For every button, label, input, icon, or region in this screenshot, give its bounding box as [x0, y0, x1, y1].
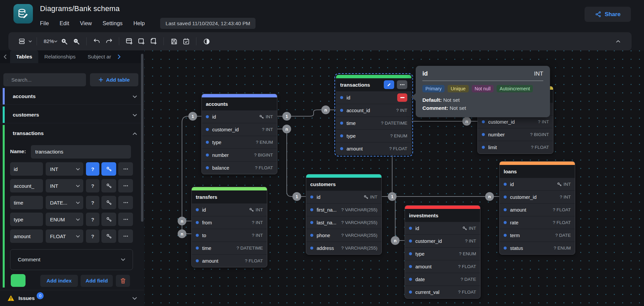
theme-toggle-button[interactable] — [200, 35, 213, 47]
chevron-down-icon[interactable] — [133, 93, 137, 99]
field-options-button[interactable] — [118, 196, 133, 209]
field-type-select[interactable]: ENUM — [46, 213, 83, 226]
field-type-select[interactable]: INT — [46, 179, 83, 192]
menu-view[interactable]: View — [80, 20, 92, 27]
field-options-button[interactable] — [118, 229, 133, 243]
table-field-row[interactable]: status? ENUM — [500, 242, 575, 254]
table-field-row[interactable]: amount? FLOAT — [192, 254, 267, 267]
save-button[interactable] — [168, 35, 180, 47]
menu-settings[interactable]: Settings — [103, 20, 123, 27]
canvas-table-transfers[interactable]: transfersidINTfrom? INTto? INTtime? DATE… — [191, 187, 267, 267]
table-field-row[interactable]: account_id? INT — [336, 104, 411, 117]
comment-accordion[interactable]: Comment — [10, 249, 133, 270]
table-field-row[interactable]: time? DATETIME — [336, 117, 411, 129]
chevron-down-icon[interactable] — [132, 295, 137, 301]
sidebar-item-transactions[interactable]: transactions — [0, 125, 144, 142]
canvas-table-customers[interactable]: customersidINTfirst_na...? VARCHAR(255)l… — [306, 174, 382, 255]
primary-key-toggle[interactable] — [101, 213, 116, 226]
table-field-row[interactable]: type? ENUM — [336, 129, 411, 142]
menu-edit[interactable]: Edit — [60, 20, 69, 27]
nullable-toggle[interactable]: ? — [86, 213, 99, 226]
add-table-button[interactable]: Add table — [90, 73, 138, 86]
field-name-input[interactable] — [10, 162, 43, 176]
table-field-row[interactable]: amount? FLOAT — [336, 142, 411, 155]
table-field-row[interactable]: amount? FLOAT — [500, 203, 575, 216]
field-name-input[interactable] — [10, 196, 43, 209]
sidebar-scrollbar[interactable] — [141, 54, 143, 222]
search-input[interactable] — [11, 77, 78, 83]
table-field-row[interactable]: from? INT — [192, 216, 267, 229]
table-field-row[interactable]: customer_id? INT — [500, 190, 575, 203]
table-field-row[interactable]: customer_id? INT — [405, 234, 480, 247]
table-field-row[interactable]: amount? FLOAT — [405, 260, 480, 273]
diagram-canvas[interactable]: 1 n n 1 n n 1 1 n n n accountsidINTcusto… — [144, 50, 644, 306]
nullable-toggle[interactable]: ? — [86, 196, 99, 209]
add-index-button[interactable]: Add index — [40, 275, 78, 287]
primary-key-toggle[interactable] — [101, 196, 116, 209]
field-options-button[interactable] — [118, 213, 133, 226]
table-field-row[interactable]: term? DATE — [500, 229, 575, 242]
todo-button[interactable] — [180, 35, 192, 47]
undo-button[interactable] — [91, 35, 103, 47]
chevron-down-icon[interactable] — [82, 79, 82, 81]
chevron-down-icon[interactable] — [54, 40, 57, 42]
layout-button[interactable] — [16, 35, 28, 47]
table-field-row[interactable]: type? ENUM — [405, 247, 480, 260]
chevron-down-icon[interactable] — [133, 112, 137, 118]
field-options-button[interactable] — [118, 179, 133, 192]
table-field-row[interactable]: current_val? FLOAT — [405, 286, 480, 298]
menu-help[interactable]: Help — [133, 20, 145, 27]
tabs-scroll-right-button[interactable] — [114, 54, 124, 59]
chevron-up-icon[interactable] — [133, 130, 137, 136]
nullable-toggle[interactable]: ? — [86, 229, 99, 243]
table-field-row[interactable]: customer_id? INT — [202, 123, 277, 136]
table-field-row[interactable]: last_na...? VARCHAR(255) — [306, 216, 381, 229]
canvas-table-transactions[interactable]: transactionsidaccount_id? INTtime? DATET… — [336, 75, 412, 155]
table-field-row[interactable]: idINT — [405, 222, 480, 234]
menu-file[interactable]: File — [40, 20, 49, 27]
primary-key-toggle[interactable] — [101, 229, 116, 243]
field-options-button[interactable] — [118, 162, 133, 176]
table-field-row[interactable]: phone? VARCHAR(255) — [306, 229, 381, 242]
table-color-swatch[interactable] — [11, 274, 26, 287]
table-field-row[interactable]: first_na...? VARCHAR(255) — [306, 203, 381, 216]
table-field-row[interactable]: type? ENUM — [202, 136, 277, 148]
field-type-select[interactable]: DATE... — [46, 196, 83, 209]
sidebar-item-accounts[interactable]: accounts — [0, 88, 144, 105]
table-field-row[interactable]: address? VARCHAR(255) — [306, 242, 381, 254]
share-button[interactable]: Share — [585, 7, 631, 22]
table-field-row[interactable]: rate? FLOAT — [500, 216, 575, 229]
chevron-down-icon[interactable] — [29, 40, 32, 42]
zoom-in-button[interactable] — [58, 35, 70, 47]
table-field-row[interactable]: balance? FLOAT — [202, 161, 277, 174]
add-field-button[interactable]: Add field — [81, 275, 113, 287]
nullable-toggle[interactable]: ? — [86, 162, 99, 176]
canvas-table-accounts[interactable]: accountsidINTcustomer_id? INTtype? ENUMn… — [201, 94, 277, 174]
sidebar-item-customers[interactable]: customers — [0, 106, 144, 123]
edit-table-button[interactable] — [384, 80, 394, 89]
table-field-row[interactable]: date? DATE — [405, 273, 480, 286]
tabs-scroll-left-button[interactable] — [0, 54, 10, 59]
zoom-out-button[interactable] — [70, 35, 82, 47]
field-type-select[interactable]: FLOAT — [46, 229, 83, 243]
table-field-row[interactable]: number? BIGINT — [202, 148, 277, 161]
add-note-button[interactable] — [147, 35, 159, 47]
table-search[interactable] — [3, 73, 86, 86]
table-field-row[interactable]: time? DATETIME — [192, 242, 267, 254]
table-field-row[interactable]: id — [336, 91, 411, 104]
table-field-row[interactable]: limit? FLOAT — [478, 141, 553, 154]
add-table-tool-button[interactable] — [123, 35, 135, 47]
collapse-toolbar-button[interactable] — [612, 35, 624, 47]
canvas-table-loans[interactable]: loansidINTcustomer_id? INTamount? FLOATr… — [499, 161, 575, 255]
delete-field-button[interactable] — [397, 93, 407, 102]
tab-subject-areas[interactable]: Subject ar — [82, 50, 114, 63]
tab-relationships[interactable]: Relationships — [38, 50, 82, 63]
field-name-input[interactable] — [10, 179, 43, 192]
nullable-toggle[interactable]: ? — [86, 179, 99, 192]
add-area-button[interactable] — [135, 35, 147, 47]
zoom-level[interactable]: 82% — [41, 38, 55, 44]
table-field-row[interactable]: number? BIGINT — [478, 128, 553, 141]
field-type-select[interactable]: INT — [46, 162, 83, 176]
primary-key-toggle[interactable] — [101, 162, 116, 176]
issues-bar[interactable]: Issues 0 — [0, 290, 144, 306]
